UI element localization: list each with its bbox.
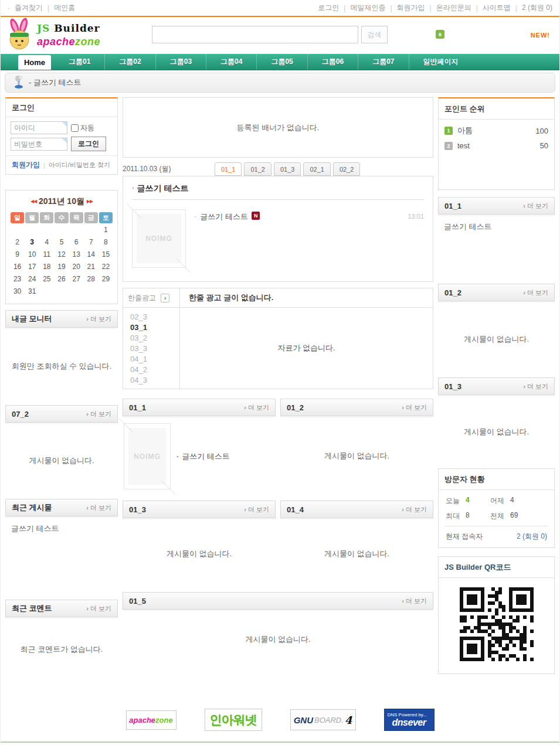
board-menu-item[interactable]: 03_3 bbox=[130, 344, 147, 353]
calendar-day[interactable]: 30 bbox=[11, 285, 24, 297]
calendar-day[interactable]: 2 bbox=[11, 236, 24, 248]
topbar-link-sitemap[interactable]: 사이트맵 bbox=[483, 3, 511, 13]
footer-logo-apachezone[interactable]: apachezone bbox=[126, 710, 177, 730]
calendar-day[interactable]: 6 bbox=[70, 236, 83, 248]
more-link[interactable]: › 더 보기 bbox=[523, 382, 548, 391]
section-title: 01_3 bbox=[444, 382, 461, 391]
board-menu-item[interactable]: 04_3 bbox=[130, 376, 147, 385]
board-tab-02-1[interactable]: 02_1 bbox=[303, 162, 330, 176]
rank-member-name[interactable]: 아톰 bbox=[457, 125, 473, 136]
post-title-link[interactable]: 글쓰기 테스트 bbox=[438, 215, 555, 239]
calendar-day[interactable]: 24 bbox=[25, 273, 39, 285]
search-input[interactable] bbox=[152, 26, 358, 43]
board-menu-item[interactable]: 02_3 bbox=[130, 312, 147, 321]
calendar-next-button[interactable]: ▶▶ bbox=[87, 199, 93, 204]
calendar-day[interactable]: 5 bbox=[55, 236, 68, 248]
rank-member-name[interactable]: test bbox=[457, 141, 470, 150]
board-tab-01-2[interactable]: 01_2 bbox=[244, 162, 271, 176]
footer-logo-dnsever[interactable]: DNS Powered by... dnsever bbox=[384, 709, 435, 731]
board-tab-02-2[interactable]: 02_2 bbox=[333, 162, 360, 176]
calendar-day[interactable]: 18 bbox=[40, 261, 53, 273]
login-id-input[interactable] bbox=[11, 121, 67, 134]
calendar-day[interactable]: 9 bbox=[11, 249, 24, 260]
more-link[interactable]: › 더 보기 bbox=[244, 403, 269, 412]
more-link[interactable]: › 더 보기 bbox=[402, 505, 427, 514]
post-title-link[interactable]: 글쓰기 테스트 bbox=[182, 451, 230, 462]
calendar-day[interactable]: 11 bbox=[40, 249, 53, 260]
board-tab-01-1[interactable]: 01_1 bbox=[215, 162, 242, 176]
calendar-day[interactable]: 23 bbox=[11, 273, 24, 285]
nav-tab-group03[interactable]: 그룹03 bbox=[155, 53, 206, 70]
calendar-day[interactable]: 7 bbox=[84, 236, 98, 248]
nav-tab-group01[interactable]: 그룹01 bbox=[55, 53, 104, 70]
calendar-day[interactable]: 28 bbox=[84, 273, 98, 285]
site-logo[interactable]: JS Builder apachezone bbox=[4, 18, 100, 53]
search-button[interactable]: 검색 bbox=[361, 26, 388, 43]
topbar-link-inquiry[interactable]: 온라인문의 bbox=[436, 3, 471, 13]
calendar-day[interactable]: 29 bbox=[99, 273, 113, 285]
nav-tab-group05[interactable]: 그룹05 bbox=[256, 53, 307, 70]
board-menu-item[interactable]: 04_1 bbox=[130, 355, 147, 363]
oneline-ad-write-button[interactable]: › bbox=[161, 294, 169, 302]
calendar-day[interactable]: 20 bbox=[70, 261, 83, 273]
nav-tab-general[interactable]: 일반페이지 bbox=[409, 53, 473, 70]
more-link[interactable]: › 더 보기 bbox=[523, 202, 548, 210]
nav-tab-home[interactable]: Home bbox=[18, 55, 51, 70]
board-tab-01-3[interactable]: 01_3 bbox=[274, 162, 301, 176]
calendar-day[interactable]: 22 bbox=[99, 261, 113, 273]
more-link[interactable]: › 더 보기 bbox=[86, 315, 111, 324]
topbar-link-bookmark[interactable]: 즐겨찾기 bbox=[15, 3, 43, 13]
calendar-day[interactable]: 16 bbox=[11, 261, 24, 273]
login-pw-input[interactable] bbox=[11, 138, 67, 151]
post-title-link[interactable]: 글쓰기 테스트 bbox=[200, 212, 248, 222]
nav-tab-group06[interactable]: 그룹06 bbox=[307, 53, 358, 70]
calendar-day[interactable]: 8 bbox=[99, 236, 113, 248]
nav-tab-group04[interactable]: 그룹04 bbox=[206, 53, 256, 70]
calendar-day[interactable]: 14 bbox=[84, 249, 98, 260]
visitor-stats-box: 방문자 현황 오늘 4 어제 4 최대 8 전체 69 현재 접속자 2 (회원… bbox=[438, 468, 555, 548]
board-menu-item[interactable]: 03_2 bbox=[130, 334, 147, 342]
topbar-link-login[interactable]: 로그인 bbox=[318, 3, 339, 13]
more-link[interactable]: › 더 보기 bbox=[244, 505, 269, 514]
nav-tab-group07[interactable]: 그룹07 bbox=[358, 53, 408, 70]
calendar-day[interactable]: 31 bbox=[25, 285, 39, 297]
auto-login-label: 자동 bbox=[80, 123, 94, 133]
more-link[interactable]: › 더 보기 bbox=[86, 504, 111, 512]
calendar-prev-button[interactable]: ◀◀ bbox=[30, 199, 36, 204]
footer-logo-gnuboard[interactable]: GNU BOARD. 4 bbox=[290, 709, 356, 730]
calendar-day[interactable]: 13 bbox=[70, 249, 83, 260]
login-submit-button[interactable]: 로그인 bbox=[71, 137, 106, 151]
calendar-day[interactable]: 12 bbox=[55, 249, 68, 260]
recent-post-link[interactable]: 글쓰기 테스트 bbox=[5, 516, 118, 541]
more-link[interactable]: › 더 보기 bbox=[86, 604, 111, 613]
more-link[interactable]: › 더 보기 bbox=[402, 597, 427, 605]
more-link[interactable]: › 더 보기 bbox=[402, 403, 427, 412]
current-visitors-value: 2 (회원 0) bbox=[517, 532, 547, 542]
calendar-day[interactable]: 26 bbox=[55, 273, 68, 285]
calendar-day[interactable]: 15 bbox=[99, 249, 113, 260]
footer-logo-inournet[interactable]: 인아워넷 bbox=[205, 709, 262, 731]
calendar-day-today[interactable]: 3 bbox=[25, 236, 39, 248]
more-link[interactable]: › 더 보기 bbox=[523, 288, 548, 297]
calendar-day[interactable]: 10 bbox=[25, 249, 39, 260]
calendar-day[interactable]: 1 bbox=[99, 224, 113, 236]
calendar-day[interactable]: 25 bbox=[40, 273, 53, 285]
calendar-day[interactable]: 4 bbox=[40, 236, 53, 248]
topbar-link-mail-recert[interactable]: 메일재인증 bbox=[350, 3, 385, 13]
calendar-day[interactable]: 21 bbox=[84, 261, 98, 273]
calendar-day[interactable]: 27 bbox=[70, 273, 83, 285]
topbar-link-join[interactable]: 회원가입 bbox=[397, 3, 425, 13]
topbar-link-mainhome[interactable]: 메인홈 bbox=[54, 3, 75, 13]
board-menu-item[interactable]: 04_2 bbox=[130, 365, 147, 374]
board-tabs: 01_1 01_2 01_3 02_1 02_2 bbox=[215, 162, 360, 176]
join-link[interactable]: 회원가입 bbox=[12, 160, 40, 170]
nav-tab-group02[interactable]: 그룹02 bbox=[104, 53, 155, 70]
calendar-day[interactable]: 17 bbox=[25, 261, 39, 273]
more-link[interactable]: › 더 보기 bbox=[86, 410, 111, 419]
auto-login-checkbox[interactable] bbox=[71, 124, 79, 132]
post-thumbnail[interactable]: NOIMG bbox=[124, 423, 171, 489]
calendar-day[interactable]: 19 bbox=[55, 261, 68, 273]
find-id-pw-link[interactable]: 아이디/비밀번호 찾기 bbox=[49, 161, 110, 169]
post-thumbnail[interactable]: NOIMG bbox=[132, 209, 186, 268]
board-menu-item-active[interactable]: 03_1 bbox=[130, 323, 147, 332]
